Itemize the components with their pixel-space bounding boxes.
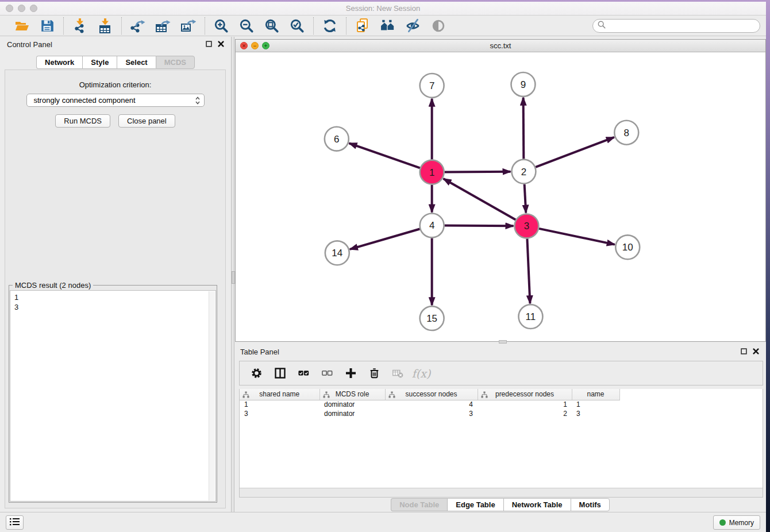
- table-cell[interactable]: 3: [572, 409, 619, 418]
- export-network-icon[interactable]: [129, 18, 147, 34]
- close-panel-button[interactable]: Close panel: [118, 114, 175, 128]
- deselect-all-icon[interactable]: [321, 367, 333, 380]
- tab-motifs[interactable]: Motifs: [571, 498, 610, 511]
- optimization-criterion-dropdown[interactable]: strongly connected component: [26, 94, 205, 107]
- network-window-titlebar[interactable]: ✕ − + scc.txt: [236, 40, 765, 52]
- tab-select[interactable]: Select: [117, 56, 155, 69]
- table-scrollbar[interactable]: [240, 488, 763, 497]
- graph-edge-1-2[interactable]: [445, 172, 511, 172]
- table-cell[interactable]: 4: [385, 400, 478, 409]
- graph-edge-3-11[interactable]: [527, 238, 530, 303]
- task-history-button[interactable]: [6, 515, 24, 530]
- table-cell[interactable]: 1: [572, 400, 619, 409]
- zoom-in-icon[interactable]: [213, 18, 230, 34]
- graph-edge-2-8[interactable]: [536, 137, 614, 167]
- table-cell[interactable]: dominator: [319, 400, 385, 409]
- add-row-icon[interactable]: [344, 367, 357, 380]
- import-table-icon[interactable]: [97, 18, 114, 34]
- graph-edge-1-6[interactable]: [349, 143, 419, 168]
- column-header-shared-name[interactable]: shared name: [240, 389, 319, 400]
- graph-node-14[interactable]: 14: [325, 241, 349, 265]
- duplicate-network-icon[interactable]: [354, 18, 371, 34]
- mcds-panel: Optimization criterion: strongly connect…: [5, 70, 226, 508]
- graph-node-2[interactable]: 2: [511, 160, 536, 184]
- column-header-name[interactable]: name: [572, 389, 619, 400]
- tab-network[interactable]: Network: [36, 56, 82, 69]
- import-network-icon[interactable]: [71, 18, 88, 34]
- table-row[interactable]: 3dominator323: [240, 409, 619, 418]
- export-image-icon[interactable]: [180, 18, 197, 34]
- table-cell[interactable]: 3: [385, 409, 478, 418]
- graph-node-6[interactable]: 6: [325, 127, 349, 151]
- run-mcds-button[interactable]: Run MCDS: [55, 114, 110, 128]
- column-layout-icon[interactable]: [274, 367, 286, 380]
- search-input[interactable]: [606, 20, 760, 32]
- settings-gear-icon[interactable]: [250, 367, 263, 380]
- result-scrollbar[interactable]: [209, 291, 215, 500]
- graph-node-11[interactable]: 11: [518, 304, 542, 329]
- network-close-button[interactable]: ✕: [240, 42, 248, 49]
- graph-edge-3-10[interactable]: [539, 229, 615, 245]
- column-header-successor-nodes[interactable]: successor nodes: [385, 389, 478, 400]
- column-header-predecessor-nodes[interactable]: predecessor nodes: [478, 389, 572, 400]
- maximize-window-button[interactable]: [30, 5, 37, 12]
- zoom-out-icon[interactable]: [238, 18, 255, 34]
- column-header-MCDS-role[interactable]: MCDS role: [319, 389, 385, 400]
- minimize-window-button[interactable]: [18, 5, 25, 12]
- table-cell[interactable]: dominator: [319, 409, 385, 418]
- zoom-selected-icon[interactable]: [288, 18, 306, 34]
- graph-edge-4-3[interactable]: [445, 226, 514, 226]
- graph-edge-3-1[interactable]: [444, 179, 516, 220]
- first-neighbors-icon[interactable]: [379, 18, 396, 34]
- select-all-icon[interactable]: [297, 367, 310, 380]
- zoom-fit-icon[interactable]: [263, 18, 280, 34]
- table-panel: Table Panel f(x) shared nameMCDS rolesuc…: [234, 344, 766, 512]
- hide-selected-icon[interactable]: [405, 18, 422, 34]
- tab-node-table[interactable]: Node Table: [391, 498, 447, 511]
- export-table-icon[interactable]: [155, 18, 172, 34]
- graph-node-8[interactable]: 8: [614, 121, 638, 145]
- float-panel-icon[interactable]: [205, 40, 212, 47]
- tab-network-table[interactable]: Network Table: [503, 498, 571, 511]
- svg-text:8: 8: [624, 128, 629, 138]
- mcds-result-line: 3: [14, 302, 215, 312]
- graph-edge-4-14[interactable]: [350, 229, 420, 249]
- tab-edge-table[interactable]: Edge Table: [447, 498, 503, 511]
- control-panel-tabs: NetworkStyleSelectMCDS: [36, 56, 195, 69]
- open-session-icon[interactable]: [13, 18, 30, 34]
- table-row[interactable]: 1dominator411: [240, 400, 619, 409]
- table-cell[interactable]: 3: [240, 409, 319, 418]
- graph-edge-2-9[interactable]: [523, 98, 524, 159]
- graph-node-9[interactable]: 9: [511, 72, 535, 97]
- graph-node-15[interactable]: 15: [420, 306, 444, 330]
- control-panel: Control Panel NetworkStyleSelectMCDS Opt…: [0, 37, 231, 512]
- table-cell[interactable]: 1: [240, 400, 319, 409]
- network-canvas[interactable]: 1234678910111415: [236, 52, 765, 341]
- graph-edge-2-3[interactable]: [525, 184, 526, 213]
- split-handle-horizontal[interactable]: [499, 340, 507, 344]
- save-session-icon[interactable]: [38, 18, 56, 34]
- table-cell[interactable]: 2: [478, 409, 572, 418]
- memory-button[interactable]: Memory: [713, 515, 760, 530]
- graph-node-7[interactable]: 7: [420, 74, 444, 98]
- float-table-panel-icon[interactable]: [740, 348, 747, 354]
- close-panel-icon[interactable]: [217, 40, 224, 47]
- search-box[interactable]: [592, 19, 760, 33]
- refresh-icon[interactable]: [321, 18, 338, 34]
- svg-text:1: 1: [429, 167, 434, 178]
- table-cell[interactable]: 1: [478, 400, 572, 409]
- window-controls: [6, 5, 37, 12]
- graph-node-10[interactable]: 10: [615, 235, 640, 259]
- titlebar: Session: New Session: [0, 2, 766, 16]
- graph-node-4[interactable]: 4: [420, 213, 444, 237]
- network-maximize-button[interactable]: +: [262, 42, 270, 49]
- graph-node-1[interactable]: 1: [420, 160, 444, 184]
- tab-style[interactable]: Style: [82, 56, 117, 69]
- network-minimize-button[interactable]: −: [251, 42, 259, 49]
- close-window-button[interactable]: [6, 5, 13, 12]
- tab-mcds[interactable]: MCDS: [156, 56, 195, 69]
- mcds-result-text[interactable]: 13: [10, 290, 216, 502]
- graph-node-3[interactable]: 3: [514, 214, 538, 238]
- delete-row-icon[interactable]: [368, 367, 380, 380]
- close-table-panel-icon[interactable]: [752, 348, 759, 354]
